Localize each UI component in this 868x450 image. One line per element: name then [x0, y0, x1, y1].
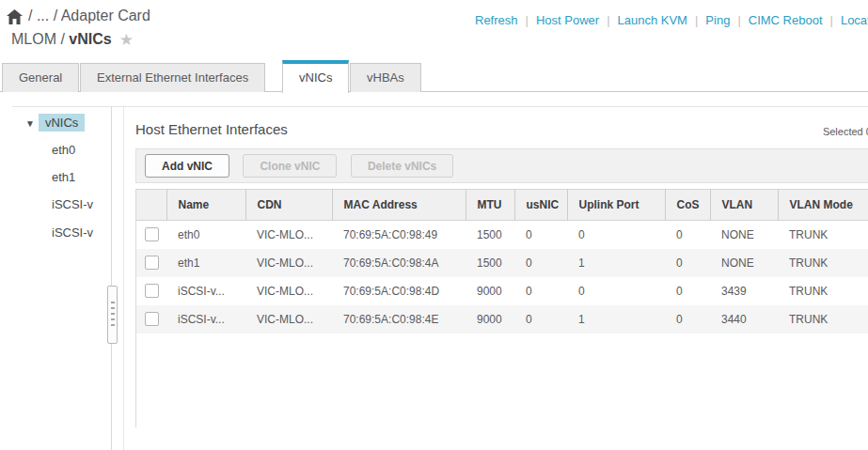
clone-vnic-button: Clone vNIC [243, 154, 337, 178]
launch-kvm-link[interactable]: Launch KVM [618, 13, 687, 27]
cell-cdn: VIC-MLO... [245, 249, 332, 277]
select-all-header [136, 190, 166, 221]
separator: | [518, 13, 536, 27]
cell-cos: 0 [665, 221, 710, 249]
cell-mac: 70:69:5A:C0:98:4A [332, 249, 466, 277]
header-action-links: Refresh|Host Power|Launch KVM|Ping|CIMC … [475, 13, 868, 27]
cell-uplink-port: 1 [567, 249, 665, 277]
add-vnic-button[interactable]: Add vNIC [145, 154, 229, 178]
col-mtu[interactable]: MTU [466, 190, 514, 221]
table-row[interactable]: eth1 VIC-MLO... 70:69:5A:C0:98:4A 1500 0… [136, 249, 868, 277]
section-title: Host Ethernet Interfaces [135, 121, 288, 137]
table-row[interactable]: iSCSI-v... VIC-MLO... 70:69:5A:C0:98:4E … [136, 305, 868, 334]
cell-mtu: 1500 [466, 249, 514, 277]
cell-cos: 0 [665, 249, 710, 277]
cell-vlan: 3439 [710, 277, 778, 305]
row-checkbox[interactable] [145, 227, 159, 241]
delete-vnics-button: Delete vNICs [351, 154, 453, 178]
col-cdn[interactable]: CDN [245, 190, 332, 221]
cell-usnic: 0 [514, 305, 567, 334]
sidebar-tree: ▼vNICs eth0 eth1 iSCSI-v iSCSI-v [12, 107, 112, 450]
cell-vlan: NONE [710, 249, 778, 277]
ping-link[interactable]: Ping [705, 13, 730, 27]
cell-mac: 70:69:5A:C0:98:4E [332, 305, 466, 334]
cell-mtu: 9000 [466, 305, 514, 334]
cell-vlan-mode: TRUNK [778, 277, 868, 305]
cell-mac: 70:69:5A:C0:98:4D [332, 277, 466, 305]
cell-uplink-port: 0 [567, 221, 665, 249]
col-vlan[interactable]: VLAN [710, 190, 778, 221]
splitter-grip-icon [111, 302, 115, 330]
page-title: vNICs [69, 31, 111, 47]
cell-vlan: NONE [710, 221, 778, 249]
content-area: ▼vNICs eth0 eth1 iSCSI-v iSCSI-v Host Et… [12, 106, 868, 450]
separator: | [687, 13, 705, 27]
cell-mac: 70:69:5A:C0:98:49 [332, 221, 466, 249]
cell-mtu: 9000 [466, 277, 514, 305]
cell-vlan-mode: TRUNK [778, 221, 868, 249]
cell-cdn: VIC-MLO... [245, 305, 332, 334]
vnic-toolbar: Add vNIC Clone vNIC Delete vNICs [135, 148, 868, 183]
locator-led-link[interactable]: Locat [841, 13, 868, 27]
row-checkbox[interactable] [145, 312, 159, 326]
cell-name: eth1 [166, 249, 245, 277]
tree-node-eth0[interactable]: eth0 [52, 143, 75, 157]
tree-node-iscsi-v-a[interactable]: iSCSI-v [52, 197, 93, 211]
breadcrumb-prefix: MLOM / [11, 31, 69, 47]
favorite-star-icon[interactable]: ★ [119, 31, 134, 49]
host-power-link[interactable]: Host Power [536, 13, 599, 27]
cell-vlan: 3440 [710, 305, 778, 334]
cell-usnic: 0 [514, 221, 567, 249]
col-vlan-mode[interactable]: VLAN Mode [778, 190, 868, 221]
vnic-table-container: Name CDN MAC Address MTU usNIC Uplink Po… [135, 189, 868, 427]
cell-cos: 0 [665, 305, 710, 334]
row-checkbox[interactable] [145, 284, 159, 298]
tab-external-ethernet-interfaces[interactable]: External Ethernet Interfaces [80, 63, 265, 92]
row-checkbox[interactable] [145, 256, 159, 270]
cimc-reboot-link[interactable]: CIMC Reboot [749, 13, 823, 27]
separator: | [823, 13, 841, 27]
cell-mtu: 1500 [466, 221, 514, 249]
tab-vnics[interactable]: vNICs [282, 60, 349, 93]
breadcrumb: / ... / Adapter Card [28, 8, 150, 24]
separator: | [599, 13, 617, 27]
breadcrumb-line2: MLOM / vNICs★ [11, 30, 134, 50]
cell-vlan-mode: TRUNK [778, 249, 868, 277]
breadcrumb-path: / ... / Adapter Card [28, 8, 150, 23]
vnic-table: Name CDN MAC Address MTU usNIC Uplink Po… [136, 189, 868, 334]
tree-node-label[interactable]: vNICs [39, 114, 85, 132]
cell-cdn: VIC-MLO... [245, 221, 332, 249]
col-mac-address[interactable]: MAC Address [332, 190, 466, 221]
cell-usnic: 0 [514, 277, 567, 305]
main-panel: Host Ethernet Interfaces Selected 0 / Ad… [123, 107, 868, 450]
home-icon[interactable] [7, 9, 23, 24]
app-header: / ... / Adapter Card MLOM / vNICs★ Refre… [0, 0, 868, 58]
tab-general[interactable]: General [2, 63, 79, 92]
col-name[interactable]: Name [166, 190, 245, 221]
cell-name: eth0 [166, 221, 245, 249]
cell-vlan-mode: TRUNK [778, 305, 868, 334]
tree-node-iscsi-v-b[interactable]: iSCSI-v [52, 225, 93, 240]
col-usnic[interactable]: usNIC [514, 190, 567, 221]
cell-uplink-port: 0 [567, 277, 665, 305]
cell-usnic: 0 [514, 249, 567, 277]
col-cos[interactable]: CoS [665, 190, 710, 221]
col-uplink-port[interactable]: Uplink Port [567, 190, 665, 221]
tab-vhbas[interactable]: vHBAs [350, 63, 421, 92]
tree-node-vnics[interactable]: ▼vNICs [25, 116, 85, 130]
cell-cdn: VIC-MLO... [245, 277, 332, 305]
selection-count: Selected 0 / [823, 126, 868, 137]
refresh-link[interactable]: Refresh [475, 13, 518, 27]
tab-bar: General External Ethernet Interfaces vNI… [0, 60, 868, 92]
cell-uplink-port: 1 [567, 305, 665, 334]
table-row[interactable]: eth0 VIC-MLO... 70:69:5A:C0:98:49 1500 0… [136, 221, 868, 249]
sidebar-splitter-handle[interactable] [107, 286, 118, 344]
tree-expand-icon[interactable]: ▼ [25, 118, 35, 129]
table-row[interactable]: iSCSI-v... VIC-MLO... 70:69:5A:C0:98:4D … [136, 277, 868, 305]
cell-cos: 0 [665, 277, 710, 305]
cell-name: iSCSI-v... [166, 305, 245, 334]
cell-name: iSCSI-v... [166, 277, 245, 305]
tree-node-eth1[interactable]: eth1 [52, 170, 75, 184]
table-header-row: Name CDN MAC Address MTU usNIC Uplink Po… [136, 190, 868, 221]
separator: | [730, 13, 748, 27]
